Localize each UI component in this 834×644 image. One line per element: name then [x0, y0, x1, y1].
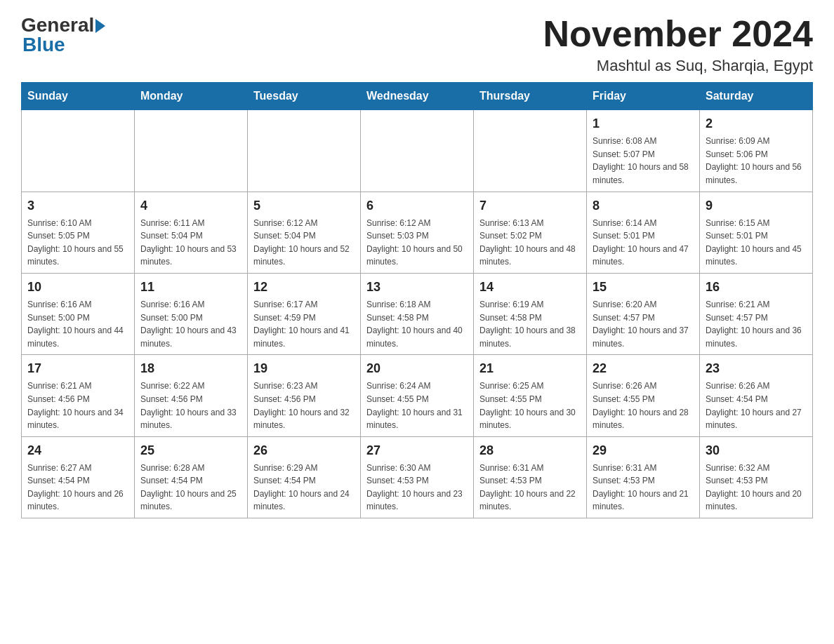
calendar-week-4: 17Sunrise: 6:21 AM Sunset: 4:56 PM Dayli… [22, 355, 813, 436]
calendar-cell: 12Sunrise: 6:17 AM Sunset: 4:59 PM Dayli… [248, 273, 361, 354]
day-number: 1 [593, 114, 694, 133]
day-number: 13 [366, 278, 468, 297]
logo-arrow-icon [95, 19, 105, 33]
day-number: 8 [593, 196, 694, 215]
weekday-header-sunday: Sunday [22, 83, 135, 110]
calendar-cell: 5Sunrise: 6:12 AM Sunset: 5:04 PM Daylig… [248, 192, 361, 273]
weekday-header-saturday: Saturday [700, 83, 813, 110]
day-number: 22 [593, 359, 694, 378]
day-number: 21 [479, 359, 581, 378]
calendar-cell [361, 110, 474, 192]
calendar-cell: 14Sunrise: 6:19 AM Sunset: 4:58 PM Dayli… [474, 273, 587, 354]
calendar-cell: 6Sunrise: 6:12 AM Sunset: 5:03 PM Daylig… [361, 192, 474, 273]
day-info: Sunrise: 6:27 AM Sunset: 4:54 PM Dayligh… [27, 462, 128, 514]
calendar-cell: 23Sunrise: 6:26 AM Sunset: 4:54 PM Dayli… [700, 355, 813, 436]
calendar-cell: 19Sunrise: 6:23 AM Sunset: 4:56 PM Dayli… [248, 355, 361, 436]
day-info: Sunrise: 6:08 AM Sunset: 5:07 PM Dayligh… [593, 135, 694, 187]
calendar-cell: 22Sunrise: 6:26 AM Sunset: 4:55 PM Dayli… [587, 355, 700, 436]
calendar-cell: 20Sunrise: 6:24 AM Sunset: 4:55 PM Dayli… [361, 355, 474, 436]
day-number: 9 [706, 196, 807, 215]
weekday-header-thursday: Thursday [474, 83, 587, 110]
day-number: 4 [140, 196, 241, 215]
calendar-cell: 3Sunrise: 6:10 AM Sunset: 5:05 PM Daylig… [22, 192, 135, 273]
day-number: 29 [593, 441, 694, 460]
day-number: 30 [706, 441, 807, 460]
day-info: Sunrise: 6:30 AM Sunset: 4:53 PM Dayligh… [366, 462, 468, 514]
calendar-cell: 21Sunrise: 6:25 AM Sunset: 4:55 PM Dayli… [474, 355, 587, 436]
calendar-cell [248, 110, 361, 192]
day-number: 2 [706, 114, 807, 133]
day-number: 18 [140, 359, 241, 378]
calendar-cell: 8Sunrise: 6:14 AM Sunset: 5:01 PM Daylig… [587, 192, 700, 273]
calendar-cell: 2Sunrise: 6:09 AM Sunset: 5:06 PM Daylig… [700, 110, 813, 192]
day-number: 19 [253, 359, 355, 378]
day-info: Sunrise: 6:26 AM Sunset: 4:54 PM Dayligh… [706, 380, 807, 431]
day-info: Sunrise: 6:29 AM Sunset: 4:54 PM Dayligh… [253, 462, 355, 514]
calendar-week-5: 24Sunrise: 6:27 AM Sunset: 4:54 PM Dayli… [22, 436, 813, 518]
day-info: Sunrise: 6:25 AM Sunset: 4:55 PM Dayligh… [479, 380, 581, 431]
day-info: Sunrise: 6:18 AM Sunset: 4:58 PM Dayligh… [366, 298, 468, 350]
calendar-cell: 26Sunrise: 6:29 AM Sunset: 4:54 PM Dayli… [248, 436, 361, 518]
day-info: Sunrise: 6:12 AM Sunset: 5:04 PM Dayligh… [253, 217, 355, 269]
day-info: Sunrise: 6:21 AM Sunset: 4:56 PM Dayligh… [27, 380, 128, 431]
day-number: 6 [366, 196, 468, 215]
day-info: Sunrise: 6:31 AM Sunset: 4:53 PM Dayligh… [479, 462, 581, 514]
day-info: Sunrise: 6:14 AM Sunset: 5:01 PM Dayligh… [593, 217, 694, 269]
calendar-cell: 28Sunrise: 6:31 AM Sunset: 4:53 PM Dayli… [474, 436, 587, 518]
day-info: Sunrise: 6:32 AM Sunset: 4:53 PM Dayligh… [706, 462, 807, 514]
day-number: 16 [706, 278, 807, 297]
day-info: Sunrise: 6:09 AM Sunset: 5:06 PM Dayligh… [706, 135, 807, 187]
day-info: Sunrise: 6:17 AM Sunset: 4:59 PM Dayligh… [253, 298, 355, 350]
day-number: 17 [27, 359, 128, 378]
calendar-cell: 17Sunrise: 6:21 AM Sunset: 4:56 PM Dayli… [22, 355, 135, 436]
calendar-cell: 24Sunrise: 6:27 AM Sunset: 4:54 PM Dayli… [22, 436, 135, 518]
weekday-header-friday: Friday [587, 83, 700, 110]
day-info: Sunrise: 6:28 AM Sunset: 4:54 PM Dayligh… [140, 462, 241, 514]
calendar-cell: 10Sunrise: 6:16 AM Sunset: 5:00 PM Dayli… [22, 273, 135, 354]
day-info: Sunrise: 6:26 AM Sunset: 4:55 PM Dayligh… [593, 380, 694, 431]
calendar-cell: 15Sunrise: 6:20 AM Sunset: 4:57 PM Dayli… [587, 273, 700, 354]
calendar-week-1: 1Sunrise: 6:08 AM Sunset: 5:07 PM Daylig… [22, 110, 813, 192]
calendar-cell: 11Sunrise: 6:16 AM Sunset: 5:00 PM Dayli… [135, 273, 248, 354]
title-block: November 2024 Mashtul as Suq, Sharqia, E… [543, 14, 813, 75]
calendar-week-2: 3Sunrise: 6:10 AM Sunset: 5:05 PM Daylig… [22, 192, 813, 273]
day-number: 7 [479, 196, 581, 215]
calendar-week-3: 10Sunrise: 6:16 AM Sunset: 5:00 PM Dayli… [22, 273, 813, 354]
calendar-cell: 27Sunrise: 6:30 AM Sunset: 4:53 PM Dayli… [361, 436, 474, 518]
day-info: Sunrise: 6:31 AM Sunset: 4:53 PM Dayligh… [593, 462, 694, 514]
logo-blue-text: Blue [22, 34, 65, 56]
day-number: 20 [366, 359, 468, 378]
day-info: Sunrise: 6:23 AM Sunset: 4:56 PM Dayligh… [253, 380, 355, 431]
day-number: 10 [27, 278, 128, 297]
day-number: 3 [27, 196, 128, 215]
weekday-header-wednesday: Wednesday [361, 83, 474, 110]
day-info: Sunrise: 6:10 AM Sunset: 5:05 PM Dayligh… [27, 217, 128, 269]
weekday-header-monday: Monday [135, 83, 248, 110]
day-info: Sunrise: 6:15 AM Sunset: 5:01 PM Dayligh… [706, 217, 807, 269]
day-info: Sunrise: 6:16 AM Sunset: 5:00 PM Dayligh… [140, 298, 241, 350]
day-info: Sunrise: 6:24 AM Sunset: 4:55 PM Dayligh… [366, 380, 468, 431]
weekday-header-row: SundayMondayTuesdayWednesdayThursdayFrid… [22, 83, 813, 110]
calendar-cell: 18Sunrise: 6:22 AM Sunset: 4:56 PM Dayli… [135, 355, 248, 436]
calendar-cell [474, 110, 587, 192]
day-number: 24 [27, 441, 128, 460]
day-info: Sunrise: 6:11 AM Sunset: 5:04 PM Dayligh… [140, 217, 241, 269]
calendar-header: SundayMondayTuesdayWednesdayThursdayFrid… [22, 83, 813, 110]
day-number: 15 [593, 278, 694, 297]
day-info: Sunrise: 6:12 AM Sunset: 5:03 PM Dayligh… [366, 217, 468, 269]
day-info: Sunrise: 6:13 AM Sunset: 5:02 PM Dayligh… [479, 217, 581, 269]
day-number: 25 [140, 441, 241, 460]
weekday-header-tuesday: Tuesday [248, 83, 361, 110]
day-number: 23 [706, 359, 807, 378]
day-info: Sunrise: 6:19 AM Sunset: 4:58 PM Dayligh… [479, 298, 581, 350]
day-info: Sunrise: 6:16 AM Sunset: 5:00 PM Dayligh… [27, 298, 128, 350]
calendar-cell [22, 110, 135, 192]
day-number: 14 [479, 278, 581, 297]
day-number: 27 [366, 441, 468, 460]
calendar-cell: 4Sunrise: 6:11 AM Sunset: 5:04 PM Daylig… [135, 192, 248, 273]
calendar-body: 1Sunrise: 6:08 AM Sunset: 5:07 PM Daylig… [22, 110, 813, 518]
calendar-table: SundayMondayTuesdayWednesdayThursdayFrid… [21, 82, 813, 518]
day-number: 5 [253, 196, 355, 215]
calendar-cell: 29Sunrise: 6:31 AM Sunset: 4:53 PM Dayli… [587, 436, 700, 518]
page-header: General Blue November 2024 Mashtul as Su… [21, 14, 813, 75]
